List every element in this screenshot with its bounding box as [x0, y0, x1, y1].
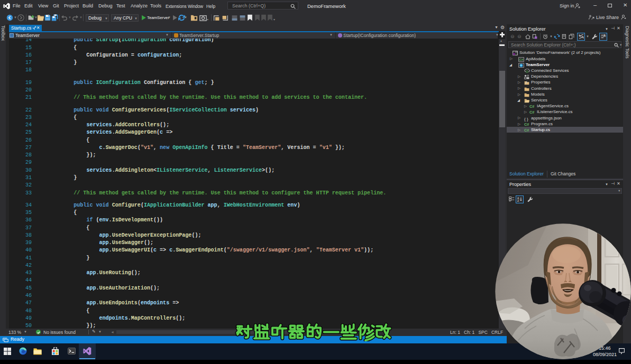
svg-text:C#: C# [529, 105, 534, 109]
svg-text:C#: C# [529, 111, 534, 115]
svg-text:}: } [527, 116, 528, 121]
svg-text:C#: C# [524, 128, 529, 133]
svg-text:{: { [524, 116, 526, 121]
svg-text:Z: Z [517, 199, 519, 202]
svg-text:C#: C# [519, 57, 524, 61]
svg-text:C#: C# [524, 123, 529, 127]
